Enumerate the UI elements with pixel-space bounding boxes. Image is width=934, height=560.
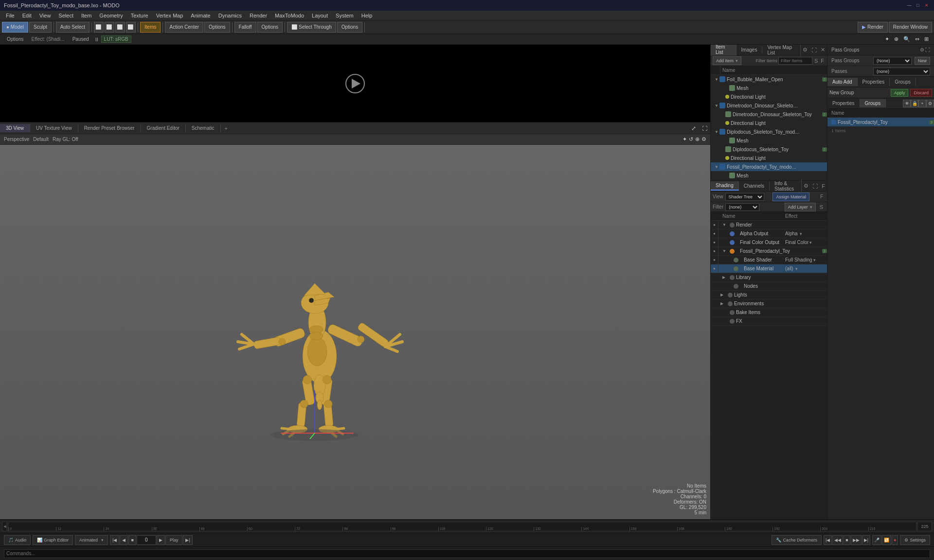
tl-left-handle[interactable]: ◀ [2,522,7,531]
select-through-btn[interactable]: ⬜ Select Through [287,22,336,33]
menu-file[interactable]: File [2,12,18,19]
stop-btn[interactable]: ■ [128,535,136,545]
tab-properties[interactable]: Properties [858,78,890,86]
tb-icon2[interactable]: ⬜ [105,22,114,33]
mode-sculpt-btn[interactable]: Sculpt [29,22,52,33]
vp-icon3[interactable]: 🔍 [902,36,912,42]
menu-system[interactable]: System [332,12,358,19]
vp-icon2[interactable]: ⊕ [893,36,900,42]
shading-expand-icon[interactable]: ⛶ [810,183,820,189]
mic-btn[interactable]: 🎤 [872,535,881,545]
shader-row-alpha[interactable]: ● Alpha Output Alpha ▾ [711,229,827,238]
tab-item-list[interactable]: Item List [711,45,736,57]
menu-help[interactable]: Help [358,12,377,19]
tree-item-diplodocus-light[interactable]: Directional Light [711,154,827,162]
shader-row-environments[interactable]: ● ▶ Environments [711,299,827,308]
render-expand-arrow[interactable]: ▼ [722,223,728,227]
tab-gradient-editor[interactable]: Gradient Editor [141,124,186,132]
t-icon3[interactable]: ■ [844,535,850,545]
shader-row-base-shader[interactable]: ● Base Shader Full Shading ▾ [711,256,827,264]
shader-row-base-material[interactable]: ● Base Material (all) ▾ [711,264,827,273]
menu-animate[interactable]: Animate [187,12,214,19]
panel-close-icon[interactable]: ✕ [819,47,827,53]
pass-groups-select[interactable]: (None) [873,57,912,65]
subtab-groups[interactable]: Groups [860,99,886,107]
record-btn[interactable]: ● [892,535,898,545]
env-expand[interactable]: ▶ [720,301,726,306]
shader-row-final-color[interactable]: ● Final Color Output Final Color ▾ [711,238,827,247]
tb-icon4[interactable]: ⬜ [126,22,136,33]
subtab-properties[interactable]: Properties [827,99,860,107]
panel-settings-icon[interactable]: ⚙ [801,47,809,53]
menu-edit[interactable]: Edit [18,12,36,19]
timeline-ruler[interactable]: 0 12 24 36 48 60 72 84 96 108 120 132 14… [8,522,916,531]
shader-row-render[interactable]: ● ▼ Render [711,221,827,229]
menu-item[interactable]: Item [77,12,95,19]
t-icon4[interactable]: ▶▶ [851,535,862,545]
next-frame-btn[interactable]: ▶| [183,535,192,545]
filter-icon[interactable]: S [813,58,819,64]
shader-row-bake[interactable]: ● Bake Items [711,308,827,317]
shader-row-library[interactable]: ● ▶ Library [711,273,827,282]
vp-icon5[interactable]: ⊞ [923,36,930,42]
vis-fossil-grp-btn[interactable]: ● [711,247,718,256]
tb-icon1[interactable]: ⬜ [94,22,104,33]
menu-geometry[interactable]: Geometry [95,12,126,19]
shading-settings-icon[interactable]: ⚙ [802,183,810,189]
shading-f-btn[interactable]: F [818,194,825,199]
menu-layout[interactable]: Layout [308,12,332,19]
groups-eye-btn[interactable]: 👁 [903,100,911,107]
shader-row-fx[interactable]: ● FX [711,317,827,326]
tree-item-fossil[interactable]: ▼ Fossil_Pterodactyl_Toy_modo_ba ... [711,162,827,171]
tree-item-foil-light[interactable]: Directional Light [711,92,827,101]
fossil-grp-expand[interactable]: ▼ [722,249,728,253]
groups-lock-btn[interactable]: 🔒 [911,100,918,107]
time-input[interactable] [137,535,156,545]
audio-btn[interactable]: 🎵 Audio [4,535,31,545]
tab-auto-add[interactable]: Auto Add [827,78,858,86]
cmd-input[interactable] [4,549,930,558]
tab-uv-texture[interactable]: UV Texture View [30,124,78,132]
tree-item-diplodocus-mesh[interactable]: Mesh [711,136,827,145]
tree-item-diplodocus[interactable]: ▼ Diplodocus_Skeleton_Toy_modo_base.lxo [711,127,827,136]
tree-item-foil[interactable]: ▼ Foil_Bubble_Mailer_Open 2 [711,75,827,84]
groups-settings-icon[interactable]: ⚙ [920,47,924,52]
play-label-btn[interactable]: Play [165,535,183,545]
options3-btn[interactable]: Options [337,22,362,33]
vis-alpha-btn[interactable]: ● [711,229,718,238]
play-btn[interactable]: ▶ [157,535,165,545]
vp-ctrl4[interactable]: ⚙ [701,136,706,142]
tree-item-dimetrodon[interactable]: ▼ Dimetrodon_Dinosaur_Skeleton_Toy_mo... [711,101,827,110]
tab-3dview[interactable]: 3D View [0,124,30,132]
tab-schematic[interactable]: Schematic [186,124,221,132]
tab-images[interactable]: Images [736,46,763,53]
vis-final-btn[interactable]: ● [711,238,718,247]
tree-item-dimetrodon-light[interactable]: Directional Light [711,119,827,127]
tree-item-fossil-mesh[interactable]: Mesh [711,171,827,180]
settings-btn[interactable]: ⚙ Settings [900,535,930,545]
shader-row-lights[interactable]: ● ▶ Lights [711,291,827,299]
vis-base-shader-btn[interactable]: ● [711,256,718,264]
shader-s-btn[interactable]: S [818,204,825,210]
prev-key-btn[interactable]: |◀ [110,535,119,545]
model-area[interactable]: No Items Polygons : Catmull-Clark Channe… [0,145,710,519]
shader-row-fossil-group[interactable]: ● ▼ Fossil_Pterodactyl_Toy 2 [711,247,827,256]
tab-channels[interactable]: Channels [739,182,770,190]
vp-expand-icon[interactable]: ⤢ [688,125,699,132]
tab-vertex-map-list[interactable]: Vertex Map List [762,45,801,56]
vis-base-mat-btn[interactable]: ● [711,264,718,273]
options1-btn[interactable]: Options [204,22,230,33]
menu-render[interactable]: Render [246,12,271,19]
filter-f-icon[interactable]: F [820,58,825,64]
vp-icon1[interactable]: ✦ [883,36,891,42]
menu-maxToModo[interactable]: MaxToModo [271,12,308,19]
add-layer-btn[interactable]: Add Layer ▾ [785,203,816,211]
shader-row-nodes[interactable]: ● Nodes [711,282,827,291]
t-icon2[interactable]: ◀◀ [832,535,843,545]
filter-items-input[interactable] [778,57,812,65]
pass-groups-new-btn[interactable]: New [915,57,930,65]
panel-expand-icon[interactable]: ⛶ [809,47,819,53]
vp-ctrl2[interactable]: ↺ [689,136,693,142]
add-item-btn[interactable]: Add Item ▾ [713,56,741,65]
shader-tree-select[interactable]: Shader Tree [725,193,764,201]
